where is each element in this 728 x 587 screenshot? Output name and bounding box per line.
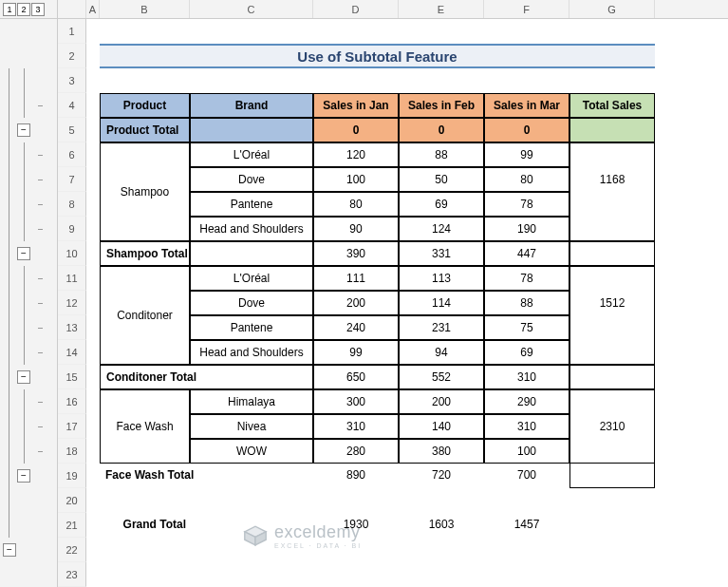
outline-level-3[interactable]: 3 [31, 3, 45, 16]
row-23[interactable]: 23 [58, 562, 86, 587]
facewash-name[interactable]: Face Wash [100, 414, 190, 439]
table-row: Head and Shoulders 99 94 69 [86, 340, 728, 365]
grand-total-label[interactable]: Grand Total [100, 513, 190, 538]
table-row: Shampoo Dove 100 50 80 1168 [86, 167, 728, 192]
row-11[interactable]: 11 [58, 266, 86, 291]
table-header: Product Brand Sales in Jan Sales in Feb … [86, 93, 728, 118]
hdr-feb[interactable]: Sales in Feb [399, 93, 484, 118]
ptotal-feb[interactable]: 0 [399, 118, 484, 142]
row-20[interactable]: 20 [58, 488, 86, 513]
subtotal-row: Shampoo Total 390 331 447 [86, 241, 728, 266]
conditioner-name[interactable]: Conditoner [100, 291, 190, 340]
outline-pane: 1 2 3 − − − − − [0, 0, 58, 587]
outline-level-2[interactable]: 2 [17, 3, 30, 16]
logo-tagline: EXCEL · DATA · BI [274, 542, 362, 549]
hdr-product[interactable]: Product [100, 93, 190, 118]
row-19[interactable]: 19 [58, 464, 86, 488]
row-17[interactable]: 17 [58, 414, 86, 439]
row-headers: 1 2 3 4 5 6 7 8 9 10 11 12 13 14 15 16 1… [58, 19, 86, 587]
table-row: Face Wash Nivea 310 140 310 2310 [86, 414, 728, 439]
hdr-jan[interactable]: Sales in Jan [313, 93, 399, 118]
row-18[interactable]: 18 [58, 439, 86, 464]
subtotal-row: Conditoner Total 650 552 310 [86, 365, 728, 389]
hdr-total[interactable]: Total Sales [569, 93, 655, 118]
row-22[interactable]: 22 [58, 538, 86, 562]
col-C[interactable]: C [190, 0, 313, 18]
grid[interactable]: Use of Subtotal Feature Product Brand Sa… [86, 19, 728, 538]
shampoo-total[interactable]: 1168 [569, 167, 655, 192]
col-D[interactable]: D [313, 0, 399, 18]
table-row: WOW 280 380 100 [86, 439, 728, 464]
row-1[interactable]: 1 [58, 19, 86, 44]
title: Use of Subtotal Feature [100, 44, 655, 68]
table-row: Head and Shoulders 90 124 190 [86, 217, 728, 241]
column-headers: A B C D E F G [58, 0, 728, 19]
row-9[interactable]: 9 [58, 217, 86, 241]
spreadsheet-icon [242, 522, 269, 549]
outline-level-1[interactable]: 1 [3, 3, 16, 16]
logo-text: exceldemy [274, 522, 362, 542]
subtotal-row: Face Wash Total 890 720 700 [86, 464, 728, 488]
outline-collapse-r5[interactable]: − [17, 123, 30, 137]
row-16[interactable]: 16 [58, 389, 86, 414]
ptotal-jan[interactable]: 0 [313, 118, 399, 142]
table-row: L'Oréal 111 113 78 [86, 266, 728, 291]
logo: exceldemy EXCEL · DATA · BI [242, 522, 362, 549]
row-8[interactable]: 8 [58, 192, 86, 217]
hdr-brand[interactable]: Brand [190, 93, 313, 118]
facewash-total[interactable]: 2310 [569, 414, 655, 439]
row-21[interactable]: 21 [58, 513, 86, 538]
col-E[interactable]: E [399, 0, 484, 18]
col-B[interactable]: B [100, 0, 190, 18]
row-2[interactable]: 2 [58, 44, 86, 68]
table-row: Conditoner Dove 200 114 88 1512 [86, 291, 728, 315]
shampoo-name[interactable]: Shampoo [100, 167, 190, 217]
row-7[interactable]: 7 [58, 167, 86, 192]
table-row: L'Oréal 120 88 99 [86, 142, 728, 167]
conditioner-total[interactable]: 1512 [569, 291, 655, 315]
outline-collapse-r19[interactable]: − [17, 469, 30, 483]
table-row: Himalaya 300 200 290 [86, 389, 728, 414]
row-10[interactable]: 10 [58, 241, 86, 266]
facewash-subtotal-label[interactable]: Face Wash Total [100, 464, 313, 488]
row-3[interactable]: 3 [58, 68, 86, 93]
row-6[interactable]: 6 [58, 142, 86, 167]
conditioner-subtotal-label[interactable]: Conditoner Total [100, 365, 313, 389]
row-15[interactable]: 15 [58, 365, 86, 389]
outline-collapse-r22[interactable]: − [3, 543, 16, 557]
grand-total-row: Grand Total 1930 1603 1457 [86, 513, 728, 538]
col-F[interactable]: F [484, 0, 569, 18]
row-13[interactable]: 13 [58, 315, 86, 340]
hdr-mar[interactable]: Sales in Mar [484, 93, 569, 118]
row-5[interactable]: 5 [58, 118, 86, 142]
outline-collapse-r15[interactable]: − [17, 370, 30, 384]
row-12[interactable]: 12 [58, 291, 86, 315]
row-14[interactable]: 14 [58, 340, 86, 365]
shampoo-subtotal-label[interactable]: Shampoo Total [100, 241, 190, 266]
product-total-label[interactable]: Product Total [100, 118, 190, 142]
outline-collapse-r10[interactable]: − [17, 247, 30, 260]
col-A[interactable]: A [86, 0, 100, 18]
product-total-row: Product Total 0 0 0 [86, 118, 728, 142]
row-4[interactable]: 4 [58, 93, 86, 118]
col-G[interactable]: G [569, 0, 655, 18]
ptotal-mar[interactable]: 0 [484, 118, 569, 142]
